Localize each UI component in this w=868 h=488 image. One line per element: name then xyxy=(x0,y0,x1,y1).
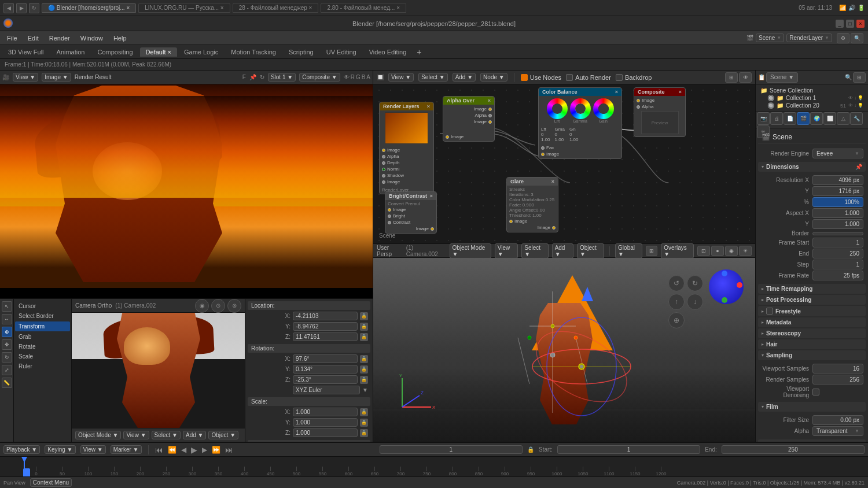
viewport-gizmo[interactable] xyxy=(709,269,744,304)
rot-z[interactable]: -25.3° xyxy=(293,375,358,384)
tab-animation[interactable]: Animation xyxy=(51,47,91,57)
freestyle-check[interactable] xyxy=(766,308,773,315)
tool-icon-grab[interactable]: ✥ xyxy=(2,339,12,350)
node-add-dropdown[interactable]: Add ▼ xyxy=(453,73,476,82)
res-x-value[interactable]: 4096 px xyxy=(812,175,863,185)
orbit-btn-1[interactable]: ↺ xyxy=(668,275,685,291)
vp-samples-value[interactable]: 16 xyxy=(812,364,863,374)
shading-matcap[interactable]: ◉ xyxy=(725,246,738,256)
orbit-controls[interactable]: ↺ ↻ ↑ ↓ ⊕ xyxy=(668,275,703,328)
sampling-section[interactable]: ▾ Sampling xyxy=(758,350,866,360)
scale-y-lock[interactable]: 🔒 xyxy=(360,419,368,427)
select-cam[interactable]: Select ▼ xyxy=(152,431,181,439)
browser-tab-3[interactable]: 28 - Файловый менеджер × xyxy=(233,3,319,13)
icon-btn2[interactable]: 🔍 xyxy=(851,33,863,43)
tool-icon-cursor[interactable]: ↖ xyxy=(2,301,12,312)
orbit-btn-4[interactable]: ↓ xyxy=(687,294,703,310)
img-view-dropdown[interactable]: View ▼ xyxy=(13,73,38,82)
view-cam[interactable]: View ▼ xyxy=(123,431,149,439)
node-color-balance[interactable]: Color Balance × Lift Gamma xyxy=(538,87,622,159)
rot-z-lock[interactable]: 🔒 xyxy=(360,376,368,384)
prop-tab-object[interactable]: ⬜ xyxy=(823,112,836,125)
tool-transform[interactable]: Transform xyxy=(15,321,70,331)
orbit-btn-2[interactable]: ↻ xyxy=(687,275,703,291)
browser-forward-btn[interactable]: ▶ xyxy=(16,3,27,13)
node-composite[interactable]: Composite × Image Alpha Preview xyxy=(634,87,686,137)
start-frame-input[interactable]: 1 xyxy=(557,445,700,454)
slot-dropdown[interactable]: Slot 1 ▼ xyxy=(268,73,296,82)
jump-end-btn[interactable]: ⏭ xyxy=(225,445,233,454)
dimensions-section[interactable]: ▾ Dimensions 📌 xyxy=(758,162,866,172)
next-frame-btn[interactable]: ⏩ xyxy=(212,446,220,454)
tab-game-logic[interactable]: Game Logic xyxy=(178,47,224,57)
node-snap-btn[interactable]: ⊞ xyxy=(725,72,738,83)
img-image-dropdown[interactable]: Image ▼ xyxy=(42,73,71,82)
snap-btn[interactable]: ⊞ xyxy=(646,246,657,256)
add-vp[interactable]: Add ▼ xyxy=(552,243,573,258)
node-render-layers[interactable]: Render Layers × Image Alpha Depth Norml … xyxy=(379,102,434,194)
object-mode-cam[interactable]: Object Mode ▼ xyxy=(75,431,121,439)
play-btn[interactable]: ▶ xyxy=(191,445,197,454)
node-alpha-over[interactable]: Alpha Over × Image Alpha Image Image xyxy=(443,96,495,142)
collection-20[interactable]: 🔘 📁 Collection 20 51 👁 ↓ 💡 xyxy=(758,102,866,109)
tool-scale[interactable]: Scale xyxy=(15,352,70,361)
rot-x[interactable]: 97.6° xyxy=(293,354,358,363)
gizmo-z-axis[interactable] xyxy=(722,271,727,276)
rotation-mode-dropdown[interactable]: XYZ Euler xyxy=(293,386,360,394)
tool-grab[interactable]: Grab xyxy=(15,332,70,342)
frame-start-value[interactable]: 1 xyxy=(812,238,863,247)
tab-compositing[interactable]: Compositing xyxy=(91,47,138,57)
tool-icon-rotate[interactable]: ↻ xyxy=(2,352,12,363)
add-cam[interactable]: Add ▼ xyxy=(183,431,206,439)
tool-select-border[interactable]: Select Border xyxy=(15,311,70,321)
nav-icon-2[interactable]: ⊙ xyxy=(211,299,225,313)
node-bright-contrast[interactable]: Bright/Contrast × Convert Premul Image B… xyxy=(385,191,437,234)
alpha-dropdown[interactable]: Transparent ▼ xyxy=(812,426,863,436)
tl-view[interactable]: View ▼ xyxy=(80,445,106,454)
current-frame-input[interactable]: 1 xyxy=(380,445,523,454)
metadata-section[interactable]: ▸ Metadata xyxy=(758,317,866,327)
menu-window[interactable]: Window xyxy=(76,34,108,43)
scale-x-lock[interactable]: 🔒 xyxy=(360,408,368,416)
loc-y-lock[interactable]: 🔒 xyxy=(360,323,368,331)
tool-icon-ruler[interactable]: 📏 xyxy=(2,378,12,388)
scene-dropdown[interactable]: Scene ▼ xyxy=(756,34,784,42)
tool-rotate[interactable]: Rotate xyxy=(15,342,70,352)
tab-scripting[interactable]: Scripting xyxy=(283,47,319,57)
prev-keyframe-btn[interactable]: ◀ xyxy=(181,446,186,454)
window-maximize-btn[interactable]: □ xyxy=(846,20,854,28)
browser-tab-4[interactable]: 2.80 - Файловый менед... × xyxy=(321,3,406,13)
tl-playback[interactable]: Playback ▼ xyxy=(3,445,40,454)
render-samples-value[interactable]: 256 xyxy=(812,375,863,385)
post-processing-section[interactable]: ▸ Post Processing xyxy=(758,295,866,305)
node-node-dropdown[interactable]: Node ▼ xyxy=(480,73,507,82)
browser-refresh-btn[interactable]: ↻ xyxy=(29,3,39,13)
menu-help[interactable]: Help xyxy=(109,34,131,43)
jump-start-btn[interactable]: ⏮ xyxy=(155,445,163,454)
frame-rate-value[interactable]: 25 fps xyxy=(812,271,863,280)
render-layer-dropdown[interactable]: RenderLayer ▼ xyxy=(786,34,832,42)
browser-tab-1[interactable]: 🔵 Blender [/home/serg/proj... × xyxy=(42,3,136,13)
tab-3d-view-full[interactable]: 3D View Full xyxy=(2,47,50,57)
loc-y[interactable]: -8.94762 xyxy=(293,322,358,331)
scale-z[interactable]: 1.000 xyxy=(293,428,358,437)
film-section[interactable]: ▾ Film xyxy=(758,402,866,412)
next-keyframe-btn[interactable]: ▶ xyxy=(202,446,207,454)
rot-mode-expand[interactable]: ▼ xyxy=(362,387,368,393)
filter-btn[interactable]: ⊞ xyxy=(853,72,866,83)
shading-solid[interactable]: ● xyxy=(711,246,724,256)
stereoscopy-section[interactable]: ▸ Stereoscopy xyxy=(758,328,866,338)
rot-y-lock[interactable]: 🔒 xyxy=(360,365,368,374)
rot-x-lock[interactable]: 🔒 xyxy=(360,355,368,363)
menu-render[interactable]: Render xyxy=(45,34,75,43)
browser-tab-2[interactable]: LINUX.ORG.RU — Русска... × xyxy=(138,3,230,13)
prop-tab-output[interactable]: 🖨 xyxy=(770,112,783,125)
tab-motion-tracking[interactable]: Motion Tracking xyxy=(225,47,282,57)
refresh-btn[interactable]: ↻ xyxy=(260,74,264,80)
prop-tab-modifier[interactable]: 🔧 xyxy=(850,112,863,125)
object-cam[interactable]: Object ▼ xyxy=(208,431,238,439)
shadows-section[interactable]: ▸ Shadows xyxy=(758,439,866,442)
tab-video-editing[interactable]: Video Editing xyxy=(363,47,413,57)
object-mode-vp[interactable]: Object Mode ▼ xyxy=(450,243,491,258)
aspect-y-value[interactable]: 1.000 xyxy=(812,219,863,229)
